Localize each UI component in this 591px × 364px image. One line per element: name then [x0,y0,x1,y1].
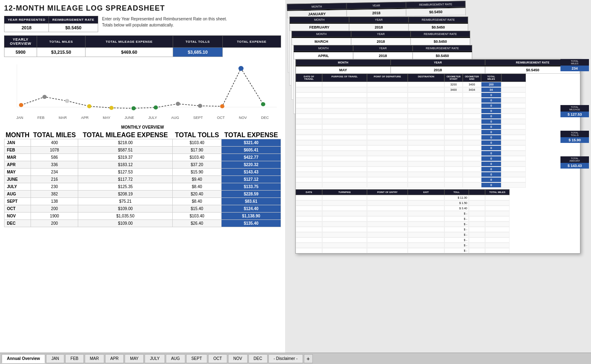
monthly-overview-title: MONTHLY OVERVIEW [4,123,281,132]
yearly-tolls: $469.60 [86,48,173,57]
may-data-headers: DATE OFTRAVEL PURPOSE OF TRAVEL POINT OF… [296,74,580,82]
may-sheet-values: MAY 2018 $0.5450 [296,66,580,74]
tab-dec[interactable]: DEC [248,354,268,363]
toll-row: $ - [296,216,580,221]
yearly-overview-label: YEARLYOVERVIEW [4,36,37,48]
may-data-row: 0 [296,172,580,177]
svg-point-4 [65,99,69,103]
top-info-section: YEAR REPRESENTED REIMBURSEMENT RATE 2018… [4,16,281,32]
add-sheet-button[interactable]: + [304,354,313,363]
tab-annual-overview[interactable]: Annual Overview [2,354,45,363]
total-miles-box: TOTALMILES 234 [560,59,589,71]
col-total-expense: TOTAL EXPENSE [222,36,281,48]
may-data-row: 0 [296,119,580,124]
table-row: FEB 1078 $587.51 $17.90 $605.41 [4,147,281,154]
may-data-row: 0 [296,108,580,114]
tab-aug[interactable]: AUG [166,354,185,363]
svg-point-6 [109,106,113,110]
table-row: AUG 382 $208.19 $20.40 $228.59 [4,191,281,198]
svg-point-11 [220,104,224,108]
may-data-row: 0 [296,156,580,161]
may-data-row: 0 [296,177,580,182]
may-data-row: 0 [296,114,580,119]
sheet-may-main: MONTH YEAR REIMBURSEMENT RATE MAY 2018 $… [295,59,580,254]
tab-sept[interactable]: SEPT [186,354,207,363]
may-data-row: 0 [296,145,580,151]
toll-row: $ 11.00 [296,195,580,200]
svg-point-12 [238,66,244,71]
may-data-row: 0 [296,151,580,156]
table-row: APR 336 $183.12 $37.20 $220.32 [4,161,281,169]
table-row: DEC 200 $109.00 $26.40 $135.40 [4,220,281,227]
toll-row: $ - [296,211,580,216]
may-data-row: 0 [296,92,580,98]
toll-row: $ - [296,237,580,243]
may-sheet-header: MONTH YEAR REIMBURSEMENT RATE [296,59,580,66]
instructions: Enter only Year Represented and Reimburs… [102,16,227,28]
mo-col-expense: TOTAL EXPENSE [222,132,281,139]
toll-row: $ - [296,243,580,248]
svg-point-7 [132,106,136,110]
toll-row: $ - [296,232,580,237]
page-title: 12-MONTH MILEAGE LOG SPREADSHEET [4,4,281,13]
tab-mar[interactable]: MAR [85,354,104,363]
rate-header: REIMBURSEMENT RATE [49,16,98,24]
total-mileage-box: TOTALMILEAGE $ 127.53 [560,105,589,117]
mo-col-mileage: TOTAL MILEAGE EXPENSE [78,132,173,139]
table-row: SEPT 138 $75.21 $8.40 $83.61 [4,198,281,205]
tab-jan[interactable]: JAN [46,354,64,363]
summary-boxes: TOTALMILES 234 TOTALMILEAGE $ 127.53 TOT… [560,59,589,169]
svg-point-3 [42,95,46,99]
may-data-row: 0 [296,167,580,172]
tab-nov[interactable]: NOV [228,354,248,363]
table-row: MAR 586 $319.37 $103.40 $422.77 [4,154,281,161]
toll-headers: DATE TURNPIKE POINT OF ENTRY EXIT TOLL T… [296,189,580,195]
table-row: JUNE 216 $117.72 $9.40 $127.12 [4,176,281,183]
tab-may[interactable]: MAY [125,354,144,363]
tab-feb[interactable]: FEB [65,354,83,363]
monthly-overview-table: MONTHLY OVERVIEW MONTH TOTAL MILES TOTAL… [4,123,281,227]
svg-point-8 [154,105,158,110]
toll-row: $ - [296,221,580,227]
yearly-total: $3,685.10 [173,48,222,57]
may-data-row: 0 [296,103,580,108]
may-data-row: 0 [296,135,580,140]
mo-col-miles: TOTAL MILES [31,132,78,139]
may-data-row: 3400 3434 34 [296,87,580,92]
tab-july[interactable]: JULY [145,354,165,363]
may-data-row: 3200 3400 200 [296,82,580,87]
tab---disclaimer--[interactable]: - Disclaimer - [268,354,303,363]
toll-row: $ 1.50 [296,200,580,206]
toll-row: $ - [296,248,580,253]
table-row: NOV 1900 $1,035.50 $103.40 $1,138.90 [4,213,281,220]
table-row: MAY 234 $127.53 $15.90 $143.43 [4,169,281,176]
svg-point-13 [261,102,265,106]
svg-point-5 [87,104,91,108]
year-header: YEAR REPRESENTED [4,16,49,24]
year-rate-table: YEAR REPRESENTED REIMBURSEMENT RATE 2018… [4,16,98,32]
total-amount-box: TOTALAMOUNT $ 143.43 [560,156,589,169]
toll-row: $ - [296,227,580,232]
col-total-miles: TOTAL MILES [37,36,86,48]
svg-point-2 [19,103,23,107]
yearly-miles: 5900 [4,48,37,57]
may-data-row: 0 [296,140,580,145]
table-row: OCT 200 $109.00 $15.40 $124.40 [4,205,281,213]
may-data-rows: 3200 3400 200 3400 3434 34 0 0 [296,82,580,188]
mo-col-month: MONTH [4,132,31,139]
toll-section: DATE TURNPIKE POINT OF ENTRY EXIT TOLL T… [296,189,580,253]
may-data-row: 0 [296,124,580,129]
left-panel: 12-MONTH MILEAGE LOG SPREADSHEET YEAR RE… [0,0,285,353]
tab-bar: Annual OverviewJANFEBMARAPRMAYJULYAUGSEP… [0,353,591,364]
table-row: JAN 400 $218.00 $103.40 $321.40 [4,139,281,147]
table-row: JULY 230 $125.35 $8.40 $133.75 [4,183,281,191]
tab-apr[interactable]: APR [105,354,124,363]
mo-col-tolls: TOTAL TOLLS [173,132,222,139]
mileage-chart [4,60,281,113]
may-data-row: 0 [296,98,580,103]
tab-oct[interactable]: OCT [208,354,227,363]
year-value: 2018 [4,24,49,32]
yearly-overview-table: YEARLYOVERVIEW TOTAL MILES TOTAL MILEAGE… [4,35,281,57]
col-total-mileage: TOTAL MILEAGE EXPENSE [86,36,173,48]
rate-value: $0.5450 [49,24,98,32]
